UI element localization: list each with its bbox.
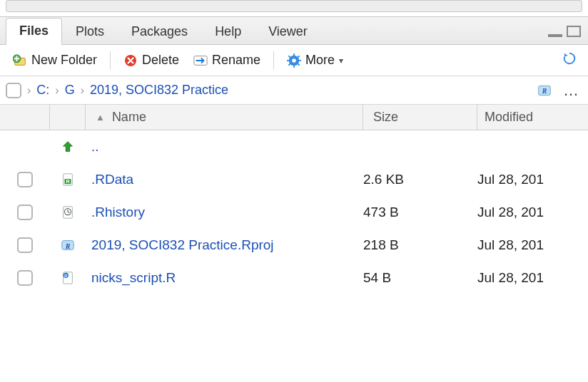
file-size: 473 B <box>363 205 477 220</box>
row-checkbox[interactable] <box>17 270 33 286</box>
chevron-right-icon: › <box>27 84 31 97</box>
refresh-icon <box>562 51 577 66</box>
column-name-label: Name <box>112 110 146 125</box>
tab-packages[interactable]: Packages <box>118 19 201 45</box>
svg-text:R: R <box>542 87 547 95</box>
gear-icon <box>287 53 301 68</box>
minimize-icon[interactable] <box>548 26 562 37</box>
column-size-label: Size <box>373 110 398 125</box>
tab-files[interactable]: Files <box>6 18 62 45</box>
select-all-checkbox[interactable] <box>6 83 21 98</box>
column-icon <box>50 105 86 130</box>
up-arrow-icon <box>61 140 75 154</box>
tab-plots[interactable]: Plots <box>62 19 118 45</box>
delete-label: Delete <box>142 53 179 68</box>
file-modified: Jul 28, 201 <box>477 237 588 253</box>
maximize-icon[interactable] <box>567 26 581 37</box>
file-size: 218 B <box>363 237 477 253</box>
table-row: R .RData 2.6 KB Jul 28, 201 <box>0 163 588 196</box>
file-link[interactable]: 2019, SOCI832 Practice.Rproj <box>91 237 274 252</box>
more-label: More <box>305 53 335 68</box>
breadcrumb-folder-1[interactable]: G <box>65 83 75 98</box>
new-folder-icon <box>13 53 27 68</box>
delete-icon <box>123 53 138 68</box>
file-list: .. R .RData 2.6 KB Jul 28, 201 <box>0 130 588 294</box>
chevron-right-icon: › <box>55 84 59 97</box>
history-file-icon <box>61 205 75 220</box>
new-folder-label: New Folder <box>31 53 97 68</box>
row-checkbox[interactable] <box>17 205 33 220</box>
breadcrumb-folder-2[interactable]: 2019, SOCI832 Practice <box>90 83 228 98</box>
rdata-file-icon: R <box>61 172 75 187</box>
svg-rect-3 <box>14 58 19 59</box>
row-checkbox[interactable] <box>17 172 33 187</box>
file-modified: Jul 28, 201 <box>477 205 588 220</box>
row-checkbox[interactable] <box>17 237 33 253</box>
file-modified: Jul 28, 201 <box>477 270 588 286</box>
more-options-icon[interactable]: … <box>560 81 582 100</box>
parent-directory-row[interactable]: .. <box>0 130 588 163</box>
column-check <box>0 105 50 130</box>
sort-asc-icon: ▲ <box>96 112 105 123</box>
new-folder-button[interactable]: New Folder <box>7 51 103 69</box>
files-toolbar: New Folder Delete Rename <box>0 45 588 76</box>
delete-button[interactable]: Delete <box>118 51 185 69</box>
refresh-button[interactable] <box>558 50 581 71</box>
column-size[interactable]: Size <box>363 105 477 130</box>
columns-header: ▲ Name Size Modified <box>0 105 588 130</box>
pane-separator-top <box>6 0 582 12</box>
rename-icon <box>193 53 208 68</box>
file-size: 2.6 KB <box>363 172 477 187</box>
file-modified: Jul 28, 201 <box>477 172 588 187</box>
parent-dir-link[interactable]: .. <box>91 139 99 154</box>
svg-rect-9 <box>293 65 295 68</box>
svg-rect-8 <box>293 53 295 56</box>
table-row: R nicks_script.R 54 B Jul 28, 201 <box>0 262 588 294</box>
pane-window-controls <box>548 26 581 37</box>
column-modified-label: Modified <box>485 110 533 125</box>
tab-viewer[interactable]: Viewer <box>255 19 321 45</box>
more-button[interactable]: More ▾ <box>281 51 349 69</box>
rproject-icon[interactable]: R <box>537 83 552 98</box>
rename-button[interactable]: Rename <box>188 51 266 69</box>
breadcrumb: › C: › G › 2019, SOCI832 Practice R … <box>0 76 588 105</box>
file-link[interactable]: nicks_script.R <box>91 270 176 285</box>
pane-tabs: Files Plots Packages Help Viewer <box>0 16 588 45</box>
svg-rect-11 <box>298 60 301 61</box>
table-row: R 2019, SOCI832 Practice.Rproj 218 B Jul… <box>0 229 588 262</box>
column-modified[interactable]: Modified <box>477 105 588 130</box>
svg-text:R: R <box>64 274 67 278</box>
svg-rect-10 <box>287 60 290 61</box>
file-link[interactable]: .Rhistory <box>91 205 145 220</box>
rename-label: Rename <box>212 53 260 68</box>
rproj-file-icon: R <box>61 238 75 252</box>
svg-text:R: R <box>65 242 71 250</box>
chevron-right-icon: › <box>81 84 84 97</box>
file-size: 54 B <box>363 270 477 286</box>
rscript-file-icon: R <box>61 271 75 285</box>
svg-point-7 <box>292 58 295 62</box>
breadcrumb-drive[interactable]: C: <box>36 83 49 98</box>
svg-text:R: R <box>66 178 70 185</box>
tab-help[interactable]: Help <box>201 19 255 45</box>
file-link[interactable]: .RData <box>91 172 133 187</box>
toolbar-sep <box>110 51 111 70</box>
table-row: .Rhistory 473 B Jul 28, 201 <box>0 196 588 229</box>
column-name[interactable]: ▲ Name <box>86 105 363 130</box>
chevron-down-icon: ▾ <box>339 56 343 66</box>
toolbar-sep-2 <box>273 51 274 70</box>
